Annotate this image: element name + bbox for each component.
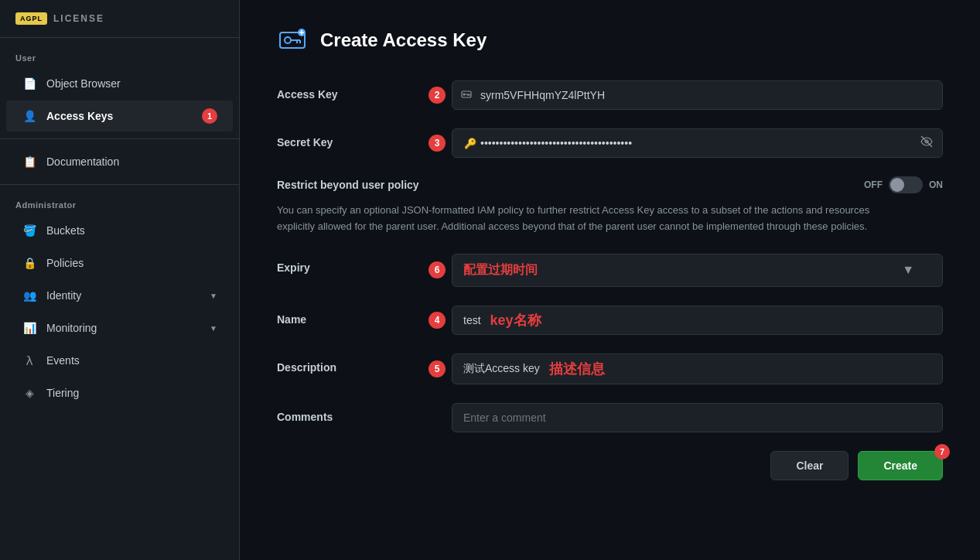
access-keys-icon: 👤 [22, 108, 37, 124]
comments-row: Comments [277, 403, 943, 432]
step-badge-4: 4 [429, 312, 446, 329]
step-badge-2: 2 [429, 87, 446, 104]
sidebar-item-label: Object Browser [46, 77, 217, 90]
restrict-label: Restrict beyond user policy [277, 179, 419, 191]
sidebar-item-tiering[interactable]: ◈ Tiering [6, 377, 233, 408]
sidebar-item-label: Access Keys [46, 110, 193, 122]
sidebar-item-access-keys[interactable]: 👤 Access Keys 1 [6, 101, 233, 131]
sidebar-item-identity[interactable]: 👥 Identity ▼ [6, 280, 233, 311]
create-badge: 7 [934, 444, 950, 459]
sidebar-item-buckets[interactable]: 🪣 Buckets [6, 215, 233, 246]
sidebar-logo: AGPL LICENSE [0, 0, 239, 38]
create-button-label: Create [883, 459, 917, 472]
sidebar-item-documentation[interactable]: 📋 Documentation [6, 146, 233, 177]
secret-key-input[interactable] [452, 129, 911, 157]
sidebar-divider [0, 138, 239, 139]
sidebar-item-label: Events [46, 354, 217, 367]
name-annotation: key名称 [490, 311, 541, 330]
restrict-section: Restrict beyond user policy OFF ON You c… [277, 176, 943, 235]
section-label-admin: Administrator [0, 191, 239, 214]
create-button[interactable]: Create 7 [858, 451, 943, 480]
form-actions: Clear Create 7 [277, 451, 943, 480]
sidebar-item-label: Policies [46, 257, 217, 269]
access-key-control: 2 [429, 80, 943, 110]
sidebar-item-policies[interactable]: 🔒 Policies [6, 248, 233, 278]
page-title: Create Access Key [320, 29, 487, 51]
comments-input[interactable] [452, 403, 943, 432]
sidebar: AGPL LICENSE User 📄 Object Browser 👤 Acc… [0, 0, 240, 560]
logo-badge: AGPL [15, 12, 47, 25]
description-control: 5 测试Access key 描述信息 [429, 353, 943, 384]
restrict-description: You can specify an optional JSON-formatt… [277, 203, 896, 235]
toggle-off-label: OFF [864, 179, 883, 190]
description-annotation: 描述信息 [549, 360, 605, 378]
expiry-control: 6 配置过期时间 ▼ [429, 254, 943, 287]
identity-icon: 👥 [22, 288, 37, 303]
sidebar-item-events[interactable]: λ Events [6, 345, 233, 376]
comments-control [452, 403, 943, 432]
secret-key-row: Secret Key 3 🔑 [277, 128, 943, 158]
step-badge-5: 5 [429, 360, 446, 377]
description-value: 测试Access key [463, 354, 546, 384]
sidebar-item-label: Tiering [46, 387, 217, 399]
object-browser-icon: 📄 [22, 76, 37, 91]
access-key-row: Access Key 2 [277, 80, 943, 110]
access-key-label: Access Key [277, 80, 416, 101]
sidebar-item-label: Monitoring [46, 322, 200, 334]
monitoring-icon: 📊 [22, 320, 37, 336]
name-row: Name 4 test key名称 [277, 306, 943, 335]
description-label: Description [277, 353, 416, 374]
name-value: test [463, 306, 487, 334]
sidebar-item-label: Buckets [46, 224, 217, 237]
logo-text: LICENSE [53, 13, 104, 24]
name-control: 4 test key名称 [429, 306, 943, 335]
restrict-header: Restrict beyond user policy OFF ON [277, 176, 943, 193]
chevron-down-icon-2: ▼ [210, 324, 217, 333]
restrict-toggle[interactable] [889, 176, 923, 193]
toggle-group: OFF ON [864, 176, 943, 193]
chevron-down-icon-expiry: ▼ [902, 263, 914, 277]
description-row: Description 5 测试Access key 描述信息 [277, 353, 943, 384]
expiry-annotation: 配置过期时间 [463, 262, 538, 278]
secret-key-control: 3 🔑 [429, 128, 943, 158]
sidebar-divider-2 [0, 184, 239, 185]
sidebar-item-object-browser[interactable]: 📄 Object Browser [6, 68, 233, 99]
buckets-icon: 🪣 [22, 223, 37, 238]
chevron-down-icon: ▼ [210, 292, 217, 300]
policies-icon: 🔒 [22, 255, 37, 271]
events-icon: λ [22, 353, 37, 368]
main-content: Create Access Key Access Key 2 [240, 0, 980, 560]
step-badge-6: 6 [429, 261, 446, 278]
clear-button[interactable]: Clear [770, 451, 849, 480]
sidebar-item-label: Documentation [46, 155, 217, 168]
svg-point-1 [285, 37, 291, 43]
comments-label: Comments [277, 403, 416, 423]
tiering-icon: ◈ [22, 385, 37, 401]
step-badge-3: 3 [429, 135, 446, 152]
expiry-label: Expiry [277, 254, 416, 274]
name-label: Name [277, 306, 416, 326]
access-keys-badge: 1 [202, 108, 217, 124]
expiry-select[interactable]: 配置过期时间 ▼ [452, 254, 943, 287]
page-header: Create Access Key [277, 25, 943, 56]
toggle-visibility-button[interactable] [911, 135, 942, 151]
expiry-row: Expiry 6 配置过期时间 ▼ [277, 254, 943, 287]
documentation-icon: 📋 [22, 154, 37, 169]
toggle-on-label: ON [929, 179, 943, 190]
sidebar-item-label: Identity [46, 289, 200, 302]
section-label-user: User [0, 44, 239, 67]
secret-key-label: Secret Key [277, 128, 416, 149]
sidebar-item-monitoring[interactable]: 📊 Monitoring ▼ [6, 312, 233, 343]
create-access-key-icon [277, 25, 308, 56]
access-key-input[interactable] [452, 80, 943, 110]
